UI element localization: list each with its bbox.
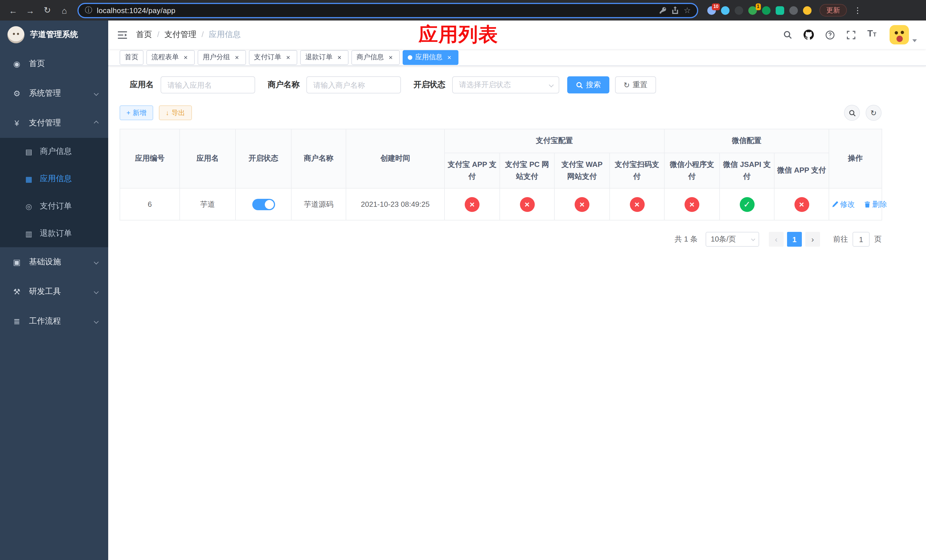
next-page-button[interactable]: › — [805, 232, 820, 247]
tools-icon: ⚒ — [12, 287, 22, 296]
close-icon[interactable]: × — [387, 53, 395, 61]
close-icon[interactable]: × — [445, 53, 453, 61]
extension-dark-icon[interactable] — [735, 6, 743, 15]
toggle-search-icon[interactable] — [844, 105, 860, 121]
export-button[interactable]: ↓ 导出 — [159, 105, 192, 120]
site-info-icon[interactable]: ⓘ — [85, 5, 92, 15]
chevron-down-icon — [94, 91, 99, 96]
tab-label: 用户分组 — [203, 52, 230, 62]
browser-menu-icon[interactable]: ⋮ — [854, 6, 862, 15]
github-icon[interactable] — [803, 29, 814, 41]
add-button[interactable]: + 新增 — [120, 105, 153, 120]
column-group-alipay: 支付宝配置 — [445, 129, 664, 153]
cell-alipay-qr: × — [610, 189, 664, 221]
column-group-wechat: 微信配置 — [664, 129, 829, 153]
sidebar-item-home[interactable]: ◉ 首页 — [0, 49, 108, 79]
browser-toolbar: ← → ↻ ⌂ ⓘ localhost:1024/pay/app ☆ 10 1 — [0, 0, 926, 21]
extension-emoji-icon[interactable] — [803, 6, 811, 15]
plus-icon: + — [126, 109, 130, 117]
column-header-alipay-app: 支付宝 APP 支付 — [445, 153, 500, 189]
tab-user-group[interactable]: 用户分组 × — [198, 50, 246, 65]
bookmark-star-icon[interactable]: ☆ — [684, 6, 691, 15]
close-icon[interactable]: × — [336, 53, 343, 61]
add-button-label: 新增 — [133, 108, 146, 118]
sidebar-item-system[interactable]: ⚙ 系统管理 — [0, 79, 108, 108]
page-size-select[interactable]: 10条/页 — [706, 232, 759, 247]
column-header-wx-jsapi: 微信 JSAPI 支付 — [720, 153, 774, 189]
chevron-down-icon — [549, 83, 554, 88]
tab-merchant-info[interactable]: 商户信息 × — [351, 50, 400, 65]
tab-refund-order[interactable]: 退款订单 × — [300, 50, 348, 65]
sidebar-item-payment[interactable]: ¥ 支付管理 — [0, 108, 108, 138]
status-select[interactable]: 请选择开启状态 — [452, 76, 559, 94]
sidebar-item-app-info[interactable]: ▦ 应用信息 — [0, 165, 108, 192]
browser-forward-icon[interactable]: → — [23, 3, 38, 18]
sidebar-collapse-icon[interactable] — [117, 30, 127, 39]
sidebar-item-workflow[interactable]: ≣ 工作流程 — [0, 306, 108, 336]
goto-label: 前往 — [833, 235, 848, 245]
breadcrumb-payment[interactable]: 支付管理 — [152, 30, 197, 40]
app-name-input[interactable] — [160, 76, 255, 94]
extension-badge: 1 — [755, 3, 761, 10]
merchant-name-input[interactable] — [306, 76, 401, 94]
edit-link[interactable]: 修改 — [831, 200, 855, 210]
search-icon[interactable] — [782, 29, 793, 41]
password-key-icon[interactable] — [659, 6, 667, 14]
breadcrumb-app-info: 应用信息 — [197, 30, 241, 40]
sidebar-item-label: 退款订单 — [40, 229, 72, 239]
active-tab-dot — [408, 55, 412, 59]
extension-pin-icon[interactable] — [789, 6, 798, 15]
address-bar[interactable]: ⓘ localhost:1024/pay/app ☆ — [77, 3, 698, 18]
fullscreen-icon[interactable] — [845, 29, 856, 41]
browser-back-icon[interactable]: ← — [6, 3, 21, 18]
extensions-puzzle-icon[interactable]: 10 — [707, 6, 716, 15]
app-logo-row[interactable]: 芋道管理系统 — [0, 21, 108, 49]
table-tools: ↻ — [844, 105, 882, 121]
cell-wx-app: × — [774, 189, 829, 221]
goto-page-input[interactable] — [853, 232, 870, 247]
avatar — [890, 25, 909, 44]
sidebar-item-label: 支付订单 — [40, 201, 72, 211]
extension-square-icon[interactable] — [776, 6, 784, 15]
share-icon[interactable] — [672, 6, 679, 15]
page-1-button[interactable]: 1 — [787, 232, 802, 247]
reset-button[interactable]: ↻ 重置 — [615, 76, 656, 94]
column-header-created: 创建时间 — [346, 129, 445, 189]
sidebar-item-infrastructure[interactable]: ▣ 基础设施 — [0, 247, 108, 277]
browser-update-button[interactable]: 更新 — [820, 4, 847, 17]
tab-app-info[interactable]: 应用信息 × — [402, 50, 458, 65]
tab-home[interactable]: 首页 — [120, 50, 144, 65]
tab-pay-order[interactable]: 支付订单 × — [249, 50, 297, 65]
refresh-table-icon[interactable]: ↻ — [865, 105, 882, 121]
extension-green-icon[interactable] — [762, 6, 770, 15]
browser-extensions-area: 10 1 — [707, 6, 811, 15]
close-icon[interactable]: × — [233, 53, 241, 61]
table-header-row: 应用编号 应用名 开启状态 商户名称 创建时间 支付宝配置 微信配置 操作 — [120, 129, 882, 153]
sidebar-item-refund-order[interactable]: ▥ 退款订单 — [0, 220, 108, 247]
extension-green-badge-icon[interactable]: 1 — [748, 6, 757, 15]
navbar-tools: TT — [782, 25, 917, 44]
browser-reload-icon[interactable]: ↻ — [40, 3, 54, 18]
extension-drop-icon[interactable] — [721, 6, 729, 15]
status-toggle[interactable] — [252, 199, 275, 210]
page-size-value: 10条/页 — [711, 235, 736, 245]
infrastructure-icon: ▣ — [12, 257, 22, 266]
tab-process-form[interactable]: 流程表单 × — [146, 50, 195, 65]
browser-home-icon[interactable]: ⌂ — [57, 3, 72, 18]
breadcrumb-home[interactable]: 首页 — [136, 30, 152, 40]
column-header-wx-lite: 微信小程序支付 — [664, 153, 720, 189]
close-icon[interactable]: × — [182, 53, 190, 61]
yen-icon: ¥ — [12, 118, 22, 128]
user-menu[interactable] — [890, 25, 917, 44]
help-icon[interactable] — [824, 29, 835, 41]
refund-order-icon: ▥ — [24, 229, 33, 238]
sidebar-item-merchant-info[interactable]: ▤ 商户信息 — [0, 138, 108, 165]
sidebar-item-dev-tools[interactable]: ⚒ 研发工具 — [0, 277, 108, 306]
close-icon[interactable]: × — [284, 53, 292, 61]
prev-page-button[interactable]: ‹ — [769, 232, 784, 247]
search-button[interactable]: 搜索 — [567, 76, 609, 94]
font-size-icon[interactable]: TT — [866, 29, 878, 41]
tab-label: 首页 — [125, 52, 138, 62]
sidebar-item-pay-order[interactable]: ◎ 支付订单 — [0, 192, 108, 220]
delete-link[interactable]: 删除 — [864, 200, 887, 210]
